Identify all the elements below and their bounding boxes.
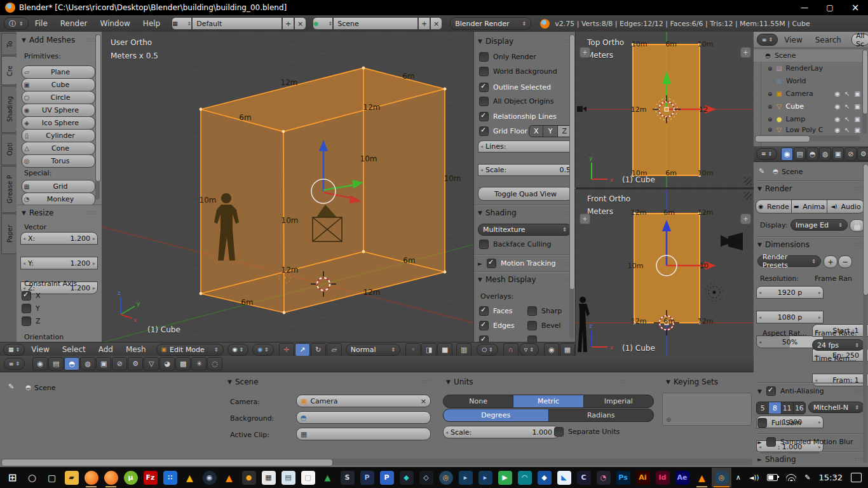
render-animation-button[interactable]: ▬Anima	[791, 200, 827, 214]
renderable-camera-icon[interactable]: ▣	[855, 103, 860, 110]
unit-scale-field[interactable]: Scale:1.000	[443, 426, 560, 438]
green-app[interactable]: ▲	[318, 468, 337, 487]
after-effects[interactable]: Ae	[672, 468, 692, 487]
firefox-2[interactable]	[101, 468, 121, 487]
scene-icon[interactable]: ◓	[806, 147, 818, 161]
renderable-camera-icon[interactable]: ▣	[855, 126, 860, 133]
outline-selected-checkbox[interactable]: Outline Selected	[479, 83, 551, 92]
unity[interactable]: ◇	[416, 468, 436, 487]
visibility-eye-icon[interactable]: ◉	[834, 90, 840, 97]
display-panel-header[interactable]: ▼Display∷∷	[478, 37, 572, 46]
tab-options[interactable]: Opti	[1, 133, 18, 165]
notepad[interactable]: ▤	[278, 468, 298, 487]
outliner-view-menu[interactable]: View	[778, 36, 808, 44]
add-scene-button[interactable]: +	[418, 17, 430, 30]
pivot-point-selector[interactable]: ◉⇕	[252, 344, 274, 356]
steam[interactable]: ◉	[200, 468, 219, 487]
shield-app[interactable]: ◆	[534, 468, 554, 487]
expand-icon[interactable]: ⊕	[768, 116, 773, 123]
separate-units-checkbox[interactable]: Separate Units	[554, 427, 620, 437]
region-expand-button[interactable]: +	[740, 214, 751, 224]
clear-icon[interactable]: ×	[421, 397, 426, 405]
opengl-render-anim-button[interactable]: ▦	[560, 343, 575, 356]
filezilla[interactable]: Fz	[140, 468, 160, 487]
snap-toggle[interactable]: ∩	[503, 343, 519, 356]
outliner-hscrollbar[interactable]	[755, 135, 860, 141]
npanel-scrollbar[interactable]	[569, 34, 574, 338]
aa-filter-selector[interactable]: Mitchell-N⇕	[808, 402, 864, 413]
bevel-overlay-checkbox[interactable]: Bevel	[527, 321, 561, 330]
properties-scrollbar[interactable]	[863, 164, 867, 463]
illustrator[interactable]: Ai	[633, 468, 653, 487]
google-drive[interactable]: ▲	[180, 468, 200, 487]
scene-selector[interactable]: Scene	[333, 17, 418, 30]
outliner-scope-selector[interactable]: All Sc	[851, 34, 868, 46]
render-layers-icon[interactable]: ▤	[794, 147, 806, 161]
tab-grease-pencil[interactable]: Grease P	[1, 166, 18, 213]
start-button[interactable]: ⊞	[3, 468, 22, 487]
tray-chevron-icon[interactable]: ∧	[736, 473, 741, 482]
outliner-vscrollbar[interactable]	[862, 50, 867, 133]
outliner-item-renderlayers[interactable]: ⊕ ▤ RenderLay	[754, 62, 868, 74]
color-wheel-app[interactable]: ◔	[593, 468, 613, 487]
shading-mode-selector[interactable]: Multitexture⇕	[478, 224, 572, 236]
photoshop[interactable]: Ps	[613, 468, 633, 487]
toggle-quad-view-button[interactable]: Toggle Quad View	[478, 187, 573, 201]
render-icon[interactable]: ◉	[32, 357, 48, 370]
grid-y-toggle[interactable]: Y	[543, 126, 557, 137]
mesh-display-clipped-row[interactable]	[479, 336, 489, 342]
scene-browse-icon[interactable]: ●⇕	[313, 17, 333, 30]
region-expand-button[interactable]: +	[740, 47, 751, 58]
outliner-item-lowpoly[interactable]: ⊕ ▽ Low Poly C ◉↖▣	[754, 126, 868, 133]
task-view[interactable]: ▢	[42, 468, 62, 487]
tab-tools[interactable]: To	[1, 33, 18, 55]
texture-icon[interactable]: ▩	[175, 357, 191, 370]
menu-render[interactable]: Render	[54, 19, 94, 28]
screen-layout-selector[interactable]: Default	[192, 17, 282, 30]
grid-x-toggle[interactable]: X	[529, 126, 543, 137]
render-audio-button[interactable]: ◄)Audio	[827, 200, 865, 214]
amber-lock-app[interactable]: ●	[239, 468, 259, 487]
minimize-button[interactable]: —	[792, 0, 817, 15]
render-presets-selector[interactable]: Render Presets⇕	[757, 255, 821, 267]
pin-icon[interactable]: ✎	[8, 383, 14, 391]
region-expand-button[interactable]: +	[580, 214, 590, 224]
expand-icon[interactable]: ⊕	[768, 91, 773, 97]
constraint-y-checkbox[interactable]: Y	[22, 304, 40, 313]
keying-sets-panel-header[interactable]: ▼Keying Sets	[666, 377, 749, 386]
indesign[interactable]: Id	[653, 468, 672, 487]
add-cube-button[interactable]: ▣Cube	[22, 78, 95, 92]
viewport-3d[interactable]: zyx User Ortho Meters x 0.5 (1) Cube 12m…	[102, 32, 473, 342]
units-none-button[interactable]: None	[444, 395, 513, 407]
toolshelf-scrollbar[interactable]	[95, 34, 100, 200]
vlc[interactable]: ▲	[219, 468, 239, 487]
edge-select-toggle[interactable]: ◨	[421, 343, 437, 356]
scale-manipulator-toggle[interactable]: ▱	[327, 343, 342, 356]
modifiers-icon[interactable]: ⚙	[857, 147, 868, 161]
media-diamond-app[interactable]: ◆	[397, 468, 416, 487]
close-button[interactable]: ×	[843, 0, 868, 15]
green-media-app[interactable]: ▶	[495, 468, 515, 487]
world-icon[interactable]: ◍	[819, 147, 831, 161]
dimensions-panel-header[interactable]: ▼Dimensions∷∷	[757, 240, 864, 249]
expand-icon[interactable]: ⊕	[768, 104, 773, 110]
selectable-cursor-icon[interactable]: ↖	[844, 103, 850, 110]
interaction-mode-selector[interactable]: ▣ Edit Mode⇕	[156, 344, 224, 356]
add-layout-button[interactable]: +	[282, 17, 294, 30]
wifi-icon[interactable]	[786, 474, 796, 481]
action-center-icon[interactable]	[851, 473, 862, 482]
battery-icon[interactable]	[767, 474, 778, 481]
visibility-eye-icon[interactable]: ◉	[834, 103, 840, 110]
outliner-item-camera[interactable]: ⊕ ▣ Camera ◉↖▣	[754, 88, 868, 100]
world-icon[interactable]: ◍	[80, 357, 95, 370]
resize-panel-header[interactable]: ▼Resize∷∷	[22, 208, 97, 217]
aa-samples-5[interactable]: 5	[757, 402, 768, 414]
tab-shading[interactable]: Shading	[1, 86, 18, 133]
aa-samples-8[interactable]: 8	[768, 402, 780, 414]
outliner-item-world[interactable]: ◍ World	[754, 75, 868, 87]
grid-scale-field[interactable]: Scale:0.500	[478, 164, 576, 176]
firefox[interactable]	[81, 468, 101, 487]
keying-sets-list[interactable]: ⊕	[662, 393, 752, 426]
menu-window[interactable]: Window	[94, 19, 137, 28]
all-object-origins-checkbox[interactable]: All Object Origins	[479, 97, 553, 106]
